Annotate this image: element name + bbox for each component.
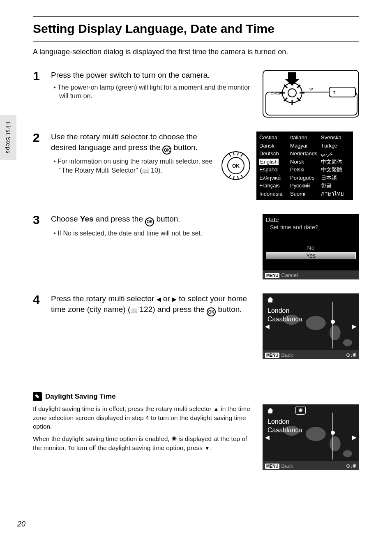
- option-no: No: [266, 245, 356, 251]
- svg-marker-13: [285, 72, 300, 85]
- svg-text:T: T: [333, 90, 336, 95]
- city-1: London: [267, 418, 302, 426]
- home-icon: [267, 296, 274, 303]
- back-label: Back: [281, 352, 293, 358]
- note-paragraph: When the daylight saving time option is …: [33, 434, 250, 452]
- step-number: 1: [33, 70, 45, 118]
- step-3: 3 Choose Yes and press the OK button. If…: [33, 208, 359, 288]
- back-label: Back: [281, 463, 293, 469]
- step-number: 4: [33, 293, 45, 359]
- city-1: London: [267, 307, 302, 315]
- step-bullet: If No is selected, the date and time wil…: [51, 229, 253, 238]
- option-yes-selected: Yes: [266, 252, 356, 259]
- book-icon: [142, 167, 149, 174]
- svg-point-4: [288, 89, 296, 97]
- date-dialog-screen: Date Set time and date? No Yes MENUCance…: [263, 214, 359, 279]
- timezone-map-dst-screen: ✺ London Casablanca ◀ ▶ MENUBack ⊖:✺: [263, 404, 359, 470]
- page-number: 20: [17, 520, 25, 528]
- step-heading: Use the rotary multi selector to choose …: [51, 132, 214, 155]
- dst-corner-icon: ⊖:✺: [346, 352, 357, 358]
- page-title: Setting Display Language, Date and Time: [33, 17, 359, 42]
- step-4: 4 Press the rotary multi selector or to …: [33, 288, 359, 367]
- right-arrow-icon: [172, 294, 177, 303]
- home-icon: [267, 407, 274, 414]
- step-number: 3: [33, 214, 45, 279]
- selected-language: English: [259, 159, 279, 165]
- left-arrow-icon: ◀: [265, 434, 270, 441]
- ok-button-icon: OK: [145, 217, 154, 226]
- note-icon: ✎: [33, 392, 42, 401]
- right-arrow-icon: ▶: [352, 434, 357, 441]
- menu-tag: MENU: [265, 273, 279, 278]
- menu-tag: MENU: [265, 464, 279, 469]
- step-heading: Press the power switch to turn on the ca…: [51, 70, 253, 81]
- rotary-selector-figure: OK: [219, 149, 252, 182]
- note-paragraph: If daylight saving time is in effect, pr…: [33, 404, 250, 431]
- intro-text: A language-selection dialog is displayed…: [33, 42, 359, 64]
- step-2: 2 Use the rotary multi selector to choos…: [33, 126, 359, 208]
- step-heading: Press the rotary multi selector or to se…: [51, 293, 253, 316]
- ok-label: OK: [232, 163, 240, 169]
- svg-text:W: W: [309, 87, 313, 91]
- left-arrow-icon: [157, 294, 161, 303]
- step-bullet: For information on using the rotary mult…: [51, 157, 214, 175]
- ok-button-icon: OK: [207, 307, 216, 316]
- note-section: ✎ Daylight Saving Time If daylight savin…: [33, 367, 359, 470]
- ok-button-icon: OK: [162, 145, 171, 155]
- dialog-question: Set time and date?: [266, 223, 356, 231]
- book-icon: [130, 305, 137, 314]
- dst-corner-icon: ⊖:✺: [346, 463, 357, 469]
- down-arrow-icon: [204, 444, 210, 451]
- timezone-marker: [331, 320, 335, 324]
- step-1: 1 Press the power switch to turn on the …: [33, 64, 359, 126]
- dst-icon: ✺: [171, 435, 177, 442]
- city-2: Casablanca: [267, 426, 302, 435]
- step-bullet: The power-on lamp (green) will light for…: [51, 83, 253, 101]
- step-heading: Choose Yes and press the OK button.: [51, 214, 253, 226]
- camera-top-figure: T ON/OFF W: [263, 70, 359, 118]
- dialog-title: Date: [266, 216, 356, 223]
- timezone-marker: [331, 431, 335, 435]
- left-arrow-icon: ◀: [265, 323, 270, 330]
- right-arrow-icon: ▶: [352, 323, 357, 330]
- step-number: 2: [33, 132, 45, 200]
- cancel-label: Cancel: [281, 272, 297, 278]
- language-list-screen: ČeštinaItalianoSvenska DanskMagyarTürkçe…: [256, 132, 353, 200]
- dst-indicator: ✺: [295, 406, 306, 415]
- menu-tag: MENU: [265, 353, 279, 358]
- up-arrow-icon: [213, 405, 219, 412]
- onoff-label: ON/OFF: [271, 92, 283, 95]
- city-2: Casablanca: [267, 315, 302, 324]
- timezone-map-screen: London Casablanca ◀ ▶ MENUBack ⊖:✺: [263, 293, 359, 359]
- note-heading: Daylight Saving Time: [45, 392, 116, 401]
